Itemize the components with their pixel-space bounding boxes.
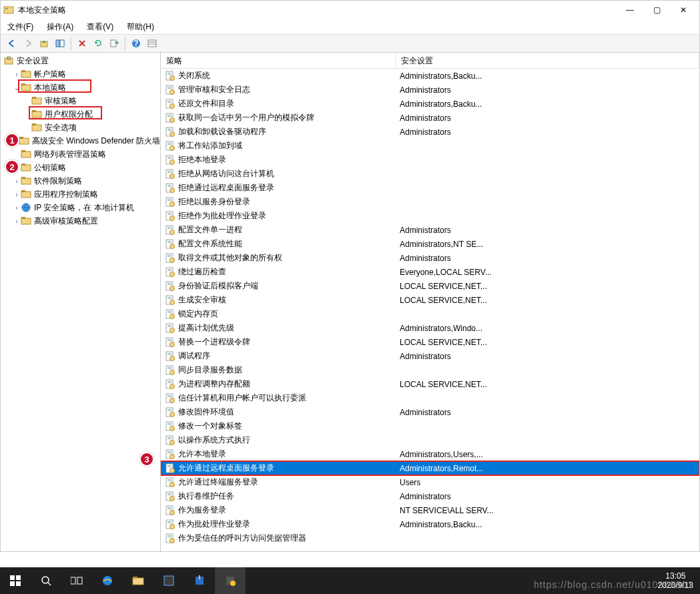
menu-view[interactable]: 查看(V)	[84, 20, 116, 34]
policy-row[interactable]: 执行卷维护任务Administrators	[161, 489, 699, 503]
tree-pane[interactable]: 安全设置 ›帐户策略⌄本地策略审核策略用户权限分配安全选项›高级安全 Windo…	[1, 53, 161, 551]
help-button[interactable]: ?	[129, 36, 143, 51]
start-button[interactable]	[0, 567, 31, 594]
policy-setting: Administrators	[396, 352, 699, 361]
expand-icon[interactable]: ›	[13, 204, 21, 212]
policy-icon	[165, 85, 176, 95]
annotation-badge-1: 1	[5, 133, 19, 147]
tree-item[interactable]: 审核策略	[1, 94, 160, 107]
policy-row[interactable]: 拒绝通过远程桌面服务登录	[161, 181, 699, 195]
clock[interactable]: 13:05 2020/9/13	[651, 570, 700, 591]
policy-row[interactable]: 管理审核和安全日志Administrators	[161, 83, 699, 97]
column-setting[interactable]: 安全设置	[396, 53, 699, 68]
tree-item[interactable]: ⌄本地策略	[1, 81, 160, 94]
svg-rect-154	[167, 479, 171, 480]
list-body[interactable]: 关闭系统Administrators,Backu...管理审核和安全日志Admi…	[161, 69, 699, 551]
expand-icon[interactable]: ⌄	[13, 84, 21, 91]
export-button[interactable]	[107, 36, 121, 51]
policy-icon	[165, 477, 176, 488]
forward-button[interactable]	[21, 36, 35, 51]
policy-setting: LOCAL SERVICE,NET...	[396, 296, 699, 305]
policy-row[interactable]: 拒绝作为批处理作业登录	[161, 209, 699, 223]
tree-item[interactable]: ›帐户策略	[1, 67, 160, 81]
tree-item[interactable]: 用户权限分配	[1, 107, 160, 121]
menu-help[interactable]: 帮助(H)	[124, 20, 157, 34]
secpol-icon[interactable]	[215, 567, 246, 594]
app-icon-2[interactable]	[184, 567, 215, 594]
policy-row[interactable]: 提高计划优先级Administrators,Windo...	[161, 321, 699, 335]
task-view-button[interactable]	[61, 567, 92, 594]
menu-action[interactable]: 操作(A)	[44, 20, 76, 34]
policy-row[interactable]: 为进程调整内存配额LOCAL SERVICE,NET...	[161, 377, 699, 391]
policy-name: 替换一个进程级令牌	[178, 336, 250, 348]
policy-row[interactable]: 还原文件和目录Administrators,Backu...	[161, 97, 699, 111]
policy-row[interactable]: 拒绝以服务身份登录	[161, 195, 699, 209]
tree-item[interactable]: ›高级安全 Windows Defender 防火墙	[1, 134, 160, 147]
menu-file[interactable]: 文件(F)	[5, 20, 36, 34]
policy-row[interactable]: 锁定内存页	[161, 307, 699, 321]
policy-row[interactable]: 同步目录服务数据	[161, 363, 699, 377]
policy-row[interactable]: 作为受信任的呼叫方访问凭据管理器	[161, 531, 699, 545]
tree-root[interactable]: 安全设置	[1, 54, 160, 67]
policy-row[interactable]: 拒绝从网络访问这台计算机	[161, 167, 699, 181]
explorer-icon[interactable]	[123, 567, 153, 594]
policy-icon	[165, 407, 176, 418]
policy-row[interactable]: 以操作系统方式执行	[161, 433, 699, 447]
refresh-button[interactable]	[91, 36, 105, 51]
up-button[interactable]	[37, 36, 51, 51]
policy-row[interactable]: 允许本地登录Administrators,Users,...	[161, 447, 699, 461]
svg-point-68	[170, 174, 175, 178]
tree-item[interactable]: ›公钥策略	[1, 161, 160, 174]
maximize-button[interactable]: ▢	[643, 1, 670, 19]
policy-row[interactable]: 获取同一会话中另一个用户的模拟令牌Administrators	[161, 111, 699, 125]
svg-rect-176	[16, 581, 21, 586]
policy-row[interactable]: 作为批处理作业登录Administrators,Backu...	[161, 517, 699, 531]
back-button[interactable]	[5, 36, 19, 51]
policy-row[interactable]: 修改固件环境值Administrators	[161, 405, 699, 419]
policy-row[interactable]: 关闭系统Administrators,Backu...	[161, 69, 699, 83]
policy-row[interactable]: 允许通过终端服务登录Users	[161, 475, 699, 489]
policy-row[interactable]: 身份验证后模拟客户端LOCAL SERVICE,NET...	[161, 279, 699, 293]
tree-item[interactable]: ›IP 安全策略，在 本地计算机	[1, 201, 160, 214]
policy-row[interactable]: 取得文件或其他对象的所有权Administrators	[161, 251, 699, 265]
tree-item[interactable]: ›应用程序控制策略	[1, 188, 160, 201]
folder-icon	[21, 189, 31, 200]
svg-rect-170	[167, 535, 171, 536]
expand-icon[interactable]: ›	[13, 191, 21, 198]
svg-rect-94	[167, 269, 171, 270]
expand-icon[interactable]: ›	[13, 71, 21, 78]
policy-row[interactable]: 配置文件系统性能Administrators,NT SE...	[161, 237, 699, 251]
search-button[interactable]	[31, 567, 61, 594]
svg-point-96	[170, 272, 175, 276]
delete-button[interactable]	[75, 36, 89, 51]
tree-item[interactable]: 安全选项	[1, 121, 160, 134]
policy-row[interactable]: 配置文件单一进程Administrators	[161, 223, 699, 237]
app-icon-1[interactable]	[153, 567, 184, 594]
svg-rect-155	[167, 481, 171, 481]
list-button[interactable]	[145, 36, 159, 51]
policy-row[interactable]: 拒绝本地登录	[161, 153, 699, 167]
policy-row[interactable]: 作为服务登录NT SERVICE\ALL SERV...	[161, 503, 699, 517]
expand-icon[interactable]: ›	[13, 178, 21, 185]
column-policy[interactable]: 策略	[161, 53, 396, 68]
policy-row[interactable]: 生成安全审核LOCAL SERVICE,NET...	[161, 293, 699, 307]
close-button[interactable]: ✕	[670, 1, 697, 19]
svg-rect-35	[21, 218, 31, 224]
tree-item[interactable]: ›软件限制策略	[1, 174, 160, 188]
policy-row[interactable]: 将工作站添加到域	[161, 139, 699, 153]
policy-row[interactable]: 修改一个对象标签	[161, 419, 699, 433]
minimize-button[interactable]: —	[617, 1, 643, 19]
policy-row[interactable]: 调试程序Administrators	[161, 349, 699, 363]
tree-item[interactable]: ›高级审核策略配置	[1, 214, 160, 228]
policy-row[interactable]: 加载和卸载设备驱动程序Administrators	[161, 125, 699, 139]
svg-rect-131	[167, 396, 171, 397]
svg-rect-174	[16, 575, 21, 580]
show-hide-button[interactable]	[53, 36, 67, 51]
policy-row[interactable]: 信任计算机和用户帐户可以执行委派	[161, 391, 699, 405]
tree-item[interactable]: 网络列表管理器策略	[1, 147, 160, 161]
policy-row[interactable]: 替换一个进程级令牌LOCAL SERVICE,NET...	[161, 335, 699, 349]
ie-icon[interactable]	[92, 567, 123, 594]
expand-icon[interactable]: ›	[13, 218, 21, 225]
policy-row[interactable]: 允许通过远程桌面服务登录Administrators,Remot...	[161, 461, 699, 475]
policy-row[interactable]: 绕过遍历检查Everyone,LOCAL SERV...	[161, 265, 699, 279]
